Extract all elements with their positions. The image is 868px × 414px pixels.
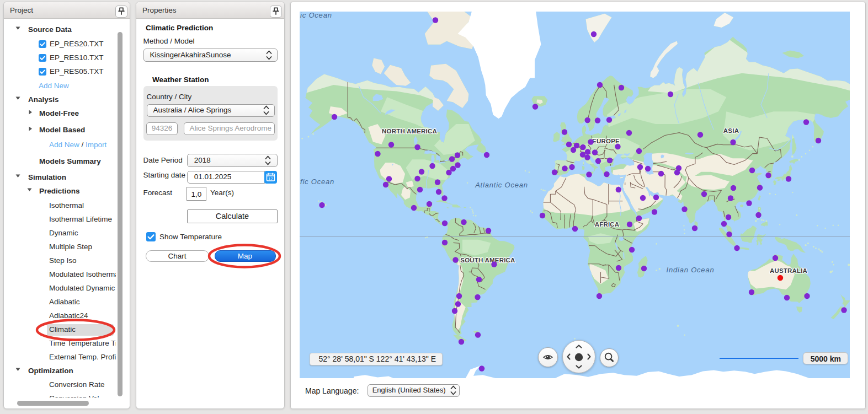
svg-text:ic Ocean: ic Ocean	[300, 12, 332, 19]
svg-text:SOUTH AMERICA: SOUTH AMERICA	[460, 257, 515, 264]
svg-text:NORTH AMERICA: NORTH AMERICA	[382, 128, 437, 135]
svg-text:AUSTRALIA: AUSTRALIA	[770, 267, 807, 274]
svg-text:Atlantic Ocean: Atlantic Ocean	[475, 181, 528, 189]
svg-text:12: 12	[268, 176, 273, 181]
svg-text:AFRICA: AFRICA	[595, 221, 620, 228]
svg-text:ASIA: ASIA	[723, 127, 739, 134]
svg-text:fic Ocean: fic Ocean	[300, 178, 334, 186]
svg-text:EUROPE: EUROPE	[592, 138, 620, 144]
svg-text:Indian Ocean: Indian Ocean	[667, 266, 715, 274]
